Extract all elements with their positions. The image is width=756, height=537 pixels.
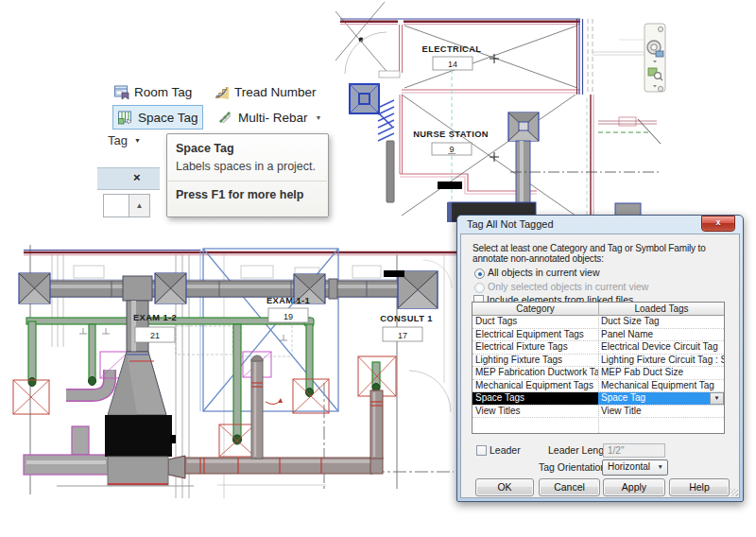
cell-tag[interactable]: Electrical Device Circuit Tag (598, 341, 724, 354)
tag-orientation-value: Horizontal (608, 461, 650, 472)
dialog-instruction: Select at least one Category and Tag or … (472, 243, 728, 264)
cell-category[interactable]: MEP Fabrication Ductwork Tags (472, 367, 598, 379)
room-name: EXAM 1-1 (266, 296, 310, 305)
exam11-riser-pipe[interactable] (251, 355, 283, 459)
cell-category-selected[interactable]: Space Tags (472, 392, 598, 405)
cell-tag-selected[interactable]: Space Tag ▼ (598, 392, 724, 405)
cell-tag[interactable]: Lighting Fixture Circuit Tag : Stand (598, 355, 724, 367)
cell-tag[interactable]: Mechanical Equipment Tag (598, 380, 724, 392)
cell-tag[interactable]: MEP Fab Duct Size (598, 367, 724, 379)
multi-rebar-button[interactable]: Multi- Rebar ▼ (217, 107, 321, 128)
tread-number-button[interactable]: Tread Number (214, 81, 317, 102)
apply-button[interactable]: Apply (603, 478, 665, 496)
radio-all-objects-label: All objects in current view (488, 267, 599, 278)
dialog-title: Tag All Not Tagged (467, 218, 554, 230)
tag-orientation-label: Tag Orientation: (539, 461, 609, 473)
cell-category[interactable]: Duct Tags (472, 316, 598, 328)
tread-number-icon (214, 84, 230, 100)
supply-diffuser[interactable] (350, 84, 392, 127)
right-side-architecture (510, 40, 662, 172)
tag-orientation-select[interactable]: Horizontal ▼ (602, 459, 668, 476)
column-header-category[interactable]: Category (472, 303, 599, 315)
cell-tag[interactable]: Panel Name (598, 329, 724, 341)
room-tag-consult1[interactable]: CONSULT 1 17 (380, 314, 433, 341)
column-header-loaded-tags[interactable]: Loaded Tags (599, 303, 724, 315)
tag-dropdown-button[interactable]: ▼ (710, 392, 724, 405)
space-boundary-exam11 (200, 249, 338, 411)
space-tag-label: Space Tag (138, 111, 198, 125)
ok-button[interactable]: OK (475, 478, 534, 496)
tag-panel-dropdown[interactable]: Tag ▼ (108, 133, 141, 147)
revit-screenshot: ELECTRICAL 14 NURSE STATION 9 (0, 0, 756, 537)
plan-view-ceiling[interactable]: ELECTRICAL 14 NURSE STATION 9 (335, 0, 756, 222)
space-cross-electrical (404, 26, 577, 88)
help-button[interactable]: Help (669, 478, 730, 496)
main-duct[interactable] (23, 276, 423, 352)
leader-length-input[interactable]: 1/2" (603, 443, 665, 458)
room-name: NURSE STATION (413, 130, 489, 139)
scrollbar-up-arrow[interactable]: ▲ (129, 195, 149, 217)
checkbox-leader[interactable] (476, 445, 487, 456)
room-number: 14 (448, 60, 457, 69)
cell-category[interactable]: Mechanical Equipment Tags (472, 380, 598, 392)
category-table[interactable]: Category Loaded Tags Duct Tags Duct Size… (472, 302, 725, 434)
room-tag-button[interactable]: Room Tag (113, 81, 192, 102)
cell-category[interactable]: Electrical Equipment Tags (472, 329, 598, 341)
dialog-body: Select at least one Category and Tag or … (460, 234, 740, 498)
table-row[interactable]: Mechanical Equipment Tags Mechanical Equ… (472, 380, 724, 393)
wall-opening-marker (438, 182, 462, 189)
room-name: ELECTRICAL (422, 44, 482, 54)
tooltip-description: Labels spaces in a project. (176, 160, 316, 173)
chevron-down-icon: ▼ (714, 395, 720, 401)
cell-tag[interactable]: Duct Size Tag (598, 316, 724, 328)
tooltip-title: Space Tag (176, 142, 234, 155)
room-tag-exam12[interactable]: EXAM 1-2 21 (133, 313, 177, 342)
room-tag-electrical[interactable]: ELECTRICAL 14 (422, 44, 482, 70)
room-tag-icon (113, 84, 129, 100)
room-name: CONSULT 1 (380, 314, 433, 323)
dialog-titlebar[interactable]: Tag All Not Tagged x (460, 216, 740, 234)
adjacent-room-cross (335, 2, 390, 76)
cell-category[interactable]: View Titles (472, 406, 598, 418)
space-tag-icon (117, 110, 133, 126)
column (387, 141, 394, 202)
plan-view-mep[interactable]: EXAM 1-2 21 EXAM 1-1 19 CONSULT 1 17 (0, 241, 456, 515)
chevron-down-icon: ▼ (658, 460, 663, 474)
multi-rebar-icon (217, 110, 233, 126)
close-button[interactable]: x (701, 216, 735, 232)
space-tag-button[interactable]: Space Tag (112, 105, 203, 130)
room-name: EXAM 1-2 (133, 313, 177, 322)
tag-panel-label: Tag (108, 133, 128, 147)
room-tag-exam11[interactable]: EXAM 1-1 19 (266, 296, 310, 322)
navigation-bar[interactable] (644, 24, 665, 92)
table-row[interactable]: Electrical Equipment Tags Panel Name (472, 329, 724, 342)
ceiling-diffuser-duct[interactable] (508, 113, 539, 217)
checkbox-leader-label: Leader (490, 444, 521, 456)
radio-selected-objects[interactable] (474, 283, 485, 293)
tread-number-label: Tread Number (234, 85, 317, 99)
radio-selected-objects-label: Only selected objects in current view (488, 281, 648, 292)
room-number: 9 (449, 145, 454, 154)
table-row[interactable]: View Titles View Title (472, 406, 724, 419)
radio-all-objects[interactable] (474, 268, 485, 279)
table-row[interactable]: Lighting Fixture Tags Lighting Fixture C… (472, 355, 724, 368)
table-row[interactable]: MEP Fabrication Ductwork Tags MEP Fab Du… (472, 367, 724, 380)
table-row[interactable]: Duct Tags Duct Size Tag (472, 316, 724, 329)
table-row-selected[interactable]: Space Tags Space Tag ▼ (472, 392, 724, 406)
cell-tag[interactable]: View Title (598, 406, 724, 418)
table-row[interactable]: Electrical Fixture Tags Electrical Devic… (472, 341, 724, 355)
chevron-down-icon: ▼ (134, 137, 141, 144)
room-number: 19 (284, 312, 293, 321)
cancel-button[interactable]: Cancel (539, 478, 600, 496)
navbar-options-icon (658, 26, 662, 31)
purple-piping[interactable] (24, 370, 110, 475)
room-tag-nurse-station[interactable]: NURSE STATION 9 (413, 130, 489, 155)
room-number: 21 (150, 331, 160, 340)
close-icon: x (715, 217, 720, 227)
cell-category[interactable]: Lighting Fixture Tags (472, 355, 598, 367)
resize-grip[interactable] (730, 489, 738, 496)
close-icon[interactable]: × (133, 170, 141, 184)
cell-category[interactable]: Electrical Fixture Tags (472, 341, 598, 354)
space-tag-tooltip: Space Tag Labels spaces in a project. Pr… (166, 133, 329, 217)
walls (24, 251, 456, 255)
